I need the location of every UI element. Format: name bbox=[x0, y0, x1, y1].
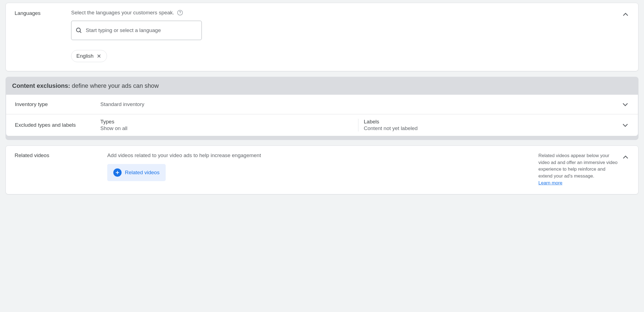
excluded-types-labels-label: Excluded types and labels bbox=[15, 122, 100, 128]
svg-line-3 bbox=[80, 31, 81, 33]
excluded-types-labels-row[interactable]: Excluded types and labels Types Show on … bbox=[6, 114, 638, 136]
related-videos-info-text: Related videos appear below your video a… bbox=[538, 153, 618, 179]
languages-label: Languages bbox=[15, 10, 71, 62]
inventory-type-value: Standard inventory bbox=[100, 101, 621, 107]
excluded-labels-title: Labels bbox=[364, 119, 616, 125]
content-exclusions-title-rest: define where your ads can show bbox=[70, 82, 159, 89]
excluded-types-col: Types Show on all bbox=[100, 119, 358, 131]
related-videos-main: Add videos related to your video ads to … bbox=[107, 152, 532, 186]
svg-point-1 bbox=[180, 14, 180, 14]
related-videos-inner: Related videos Add videos related to you… bbox=[6, 146, 638, 194]
content-exclusions-section: Content exclusions: define where your ad… bbox=[6, 77, 638, 140]
content-exclusions-title-bold: Content exclusions: bbox=[12, 82, 70, 89]
collapse-button[interactable] bbox=[621, 152, 630, 162]
languages-body: Select the languages your customers spea… bbox=[71, 10, 629, 62]
svg-point-2 bbox=[76, 28, 80, 32]
chevron-down-icon[interactable] bbox=[621, 101, 629, 108]
related-videos-info: Related videos appear below your video a… bbox=[538, 152, 618, 186]
languages-card-inner: Languages Select the languages your cust… bbox=[6, 3, 638, 71]
related-videos-description: Add videos related to your video ads to … bbox=[107, 152, 532, 158]
related-videos-button-label: Related videos bbox=[125, 170, 160, 176]
inventory-type-row-inner: Inventory type Standard inventory bbox=[6, 95, 638, 114]
language-search-box[interactable] bbox=[71, 21, 202, 40]
languages-card: Languages Select the languages your cust… bbox=[6, 3, 638, 71]
collapse-button[interactable] bbox=[621, 10, 630, 20]
related-videos-button[interactable]: Related videos bbox=[107, 164, 166, 181]
excluded-labels-value: Content not yet labeled bbox=[364, 125, 616, 131]
search-icon bbox=[75, 27, 82, 34]
language-chip-english[interactable]: English bbox=[71, 50, 107, 62]
languages-helper-row: Select the languages your customers spea… bbox=[71, 10, 629, 16]
inventory-type-label: Inventory type bbox=[15, 101, 100, 107]
excluded-labels-col: Labels Content not yet labeled bbox=[358, 119, 622, 131]
content-exclusions-header: Content exclusions: define where your ad… bbox=[6, 77, 638, 94]
excluded-types-title: Types bbox=[100, 119, 353, 125]
chevron-down-icon[interactable] bbox=[621, 121, 629, 129]
excluded-types-labels-inner: Excluded types and labels Types Show on … bbox=[6, 114, 638, 136]
language-search-input[interactable] bbox=[86, 27, 198, 33]
close-icon[interactable] bbox=[96, 53, 102, 59]
learn-more-link[interactable]: Learn more bbox=[538, 180, 562, 186]
related-videos-card: Related videos Add videos related to you… bbox=[6, 146, 638, 194]
plus-icon bbox=[113, 168, 122, 177]
language-chips: English bbox=[71, 50, 629, 62]
chip-label: English bbox=[76, 53, 93, 59]
excluded-columns: Types Show on all Labels Content not yet… bbox=[100, 119, 621, 131]
help-icon[interactable] bbox=[177, 10, 183, 16]
excluded-types-value: Show on all bbox=[100, 125, 353, 131]
related-videos-label: Related videos bbox=[15, 152, 101, 186]
languages-helper-text: Select the languages your customers spea… bbox=[71, 10, 174, 16]
inventory-type-row[interactable]: Inventory type Standard inventory bbox=[6, 94, 638, 114]
